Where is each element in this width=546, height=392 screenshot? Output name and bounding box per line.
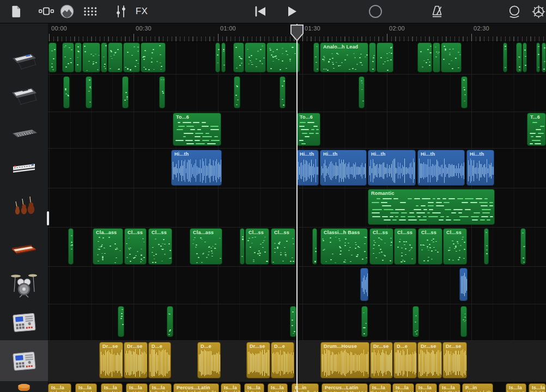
region[interactable] [377,42,393,72]
track-header-strings[interactable] [0,188,48,227]
region[interactable]: Hi...th [466,150,494,186]
region[interactable]: Dr...se [99,342,123,378]
region[interactable] [68,228,74,265]
region[interactable] [118,306,124,337]
region[interactable]: Hi...th [296,150,319,186]
rewind-button[interactable] [251,2,270,21]
track-header-synth-lead[interactable] [0,41,48,74]
track-header-synth-keys[interactable] [0,74,48,112]
region[interactable]: To...6 [173,113,221,146]
region[interactable]: P...in [462,383,493,392]
region[interactable]: D...e [197,342,221,378]
region[interactable] [417,42,432,72]
region[interactable] [516,42,522,72]
region[interactable] [266,42,300,72]
region[interactable]: Cl...ss [271,228,295,265]
record-button[interactable] [366,2,385,21]
region[interactable] [122,76,129,108]
region[interactable]: Hi...th [171,150,222,186]
track-header-synth-audio[interactable] [0,148,48,188]
track-header-percussion-latin[interactable] [0,381,48,392]
region[interactable]: Is...la [126,383,148,392]
region[interactable]: Percus...Latin [173,383,219,392]
region[interactable]: Dr...se [370,342,393,378]
region[interactable] [234,76,240,108]
region[interactable]: Dr...se [246,342,270,378]
region[interactable]: Cla...ass [190,228,222,265]
my-songs-button[interactable] [7,2,26,21]
region[interactable]: Is...la [369,383,391,392]
tracks-view-button[interactable] [37,2,56,21]
region[interactable]: Is...la [244,383,264,392]
region[interactable]: Dr...se [442,342,467,378]
region[interactable]: Hi...th [368,150,416,186]
region[interactable] [240,228,245,265]
region[interactable] [123,42,140,72]
region[interactable] [542,42,546,72]
region[interactable]: Cl...ss [148,228,172,265]
region[interactable]: To...6 [296,113,320,146]
region[interactable] [63,76,70,108]
loops-artwork-button[interactable] [58,2,76,21]
region[interactable] [290,306,296,337]
mixer-button[interactable] [112,2,130,21]
sidebar-resize-handle[interactable] [47,211,49,225]
region[interactable] [461,76,468,108]
region[interactable] [313,42,319,72]
region[interactable] [48,42,57,72]
region[interactable] [359,76,365,108]
region[interactable]: Cla...ass [93,228,123,265]
region[interactable]: Is...la [439,383,460,392]
region[interactable]: Hi...th [320,150,367,186]
region[interactable]: D...e [271,342,294,378]
region[interactable]: Cl...ss [124,228,147,265]
play-button[interactable] [282,2,301,21]
region[interactable] [484,228,489,265]
region[interactable]: Dr...se [417,342,442,378]
region[interactable]: Is...la [101,383,123,392]
region[interactable] [520,228,526,265]
region[interactable] [86,76,92,108]
region[interactable] [108,42,123,72]
region[interactable]: Dr...se [124,342,148,378]
region[interactable] [536,42,540,72]
metronome-button[interactable] [428,2,446,21]
region[interactable]: P...in [292,383,319,392]
region[interactable] [412,306,419,337]
region[interactable] [215,42,220,72]
region[interactable]: Is...la [149,383,172,392]
region[interactable]: Romantic [368,189,495,225]
loop-browser-button[interactable] [505,2,524,21]
region[interactable] [361,306,368,337]
region[interactable] [141,42,166,72]
region[interactable]: Classi...h Bass [320,228,368,265]
region[interactable] [441,42,462,72]
region[interactable]: Hi...th [417,150,465,186]
grid-view-button[interactable] [81,2,99,21]
region[interactable]: Is...la [415,383,437,392]
region[interactable]: T...6 [527,113,546,146]
region[interactable]: Is...la [529,383,546,392]
region[interactable]: Cl...ss [394,228,416,265]
region[interactable] [62,42,74,72]
track-header-drums-fills[interactable] [0,266,48,304]
region[interactable] [167,306,173,337]
region[interactable]: Is...la [221,383,241,392]
region[interactable]: Cl...ss [418,228,442,265]
region[interactable] [82,42,100,72]
region[interactable]: Is...la [506,383,526,392]
track-header-classic-bass[interactable] [0,227,48,266]
region[interactable] [433,42,440,72]
region[interactable]: Is...la [392,383,414,392]
region[interactable]: D...e [148,342,171,378]
region[interactable]: Cl...ss [369,228,393,265]
region[interactable] [523,42,527,72]
region[interactable] [159,76,165,108]
region[interactable]: Is...la [75,383,97,392]
region[interactable]: Is...la [48,383,71,392]
region[interactable]: Percus...Latin [321,383,368,392]
region[interactable]: Cl...ss [245,228,269,265]
region[interactable] [312,228,317,265]
region[interactable]: Analo...h Lead [320,42,368,72]
region[interactable] [369,42,376,72]
